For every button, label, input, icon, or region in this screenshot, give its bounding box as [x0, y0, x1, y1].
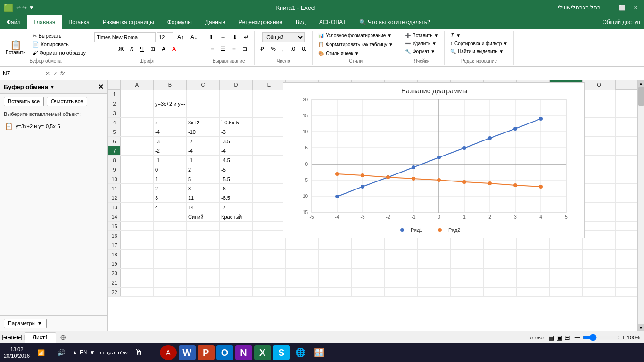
cell[interactable]: [253, 146, 286, 155]
cell[interactable]: [121, 99, 154, 108]
view-normal-btn[interactable]: ▦: [548, 334, 554, 341]
cell[interactable]: [253, 269, 286, 278]
sort-filter-btn[interactable]: ↕Сортировка и фильтр ▼: [447, 40, 511, 47]
cell[interactable]: -5: [220, 165, 253, 174]
cell[interactable]: [154, 108, 187, 117]
col-header-B[interactable]: B: [154, 80, 187, 90]
cell[interactable]: [220, 99, 253, 108]
cell[interactable]: [352, 278, 385, 287]
cell[interactable]: [121, 90, 154, 99]
tab-search[interactable]: 🔍 Что вы хотите сделать?: [353, 15, 437, 29]
row-number[interactable]: 14: [108, 212, 121, 221]
cell[interactable]: [253, 174, 286, 183]
row-number[interactable]: 21: [108, 278, 121, 287]
cell[interactable]: [451, 240, 484, 249]
cell[interactable]: [583, 156, 616, 165]
cell[interactable]: [517, 269, 550, 278]
cell[interactable]: [253, 184, 286, 193]
zoom-out-btn[interactable]: —: [575, 334, 580, 341]
cell[interactable]: [385, 288, 418, 296]
cell[interactable]: -7: [220, 203, 253, 212]
insert-cells-btn[interactable]: ➕Вставить ▼: [402, 32, 441, 39]
row-number[interactable]: 10: [108, 174, 121, 183]
cell[interactable]: [121, 127, 154, 136]
cell[interactable]: [253, 240, 286, 249]
bold-btn[interactable]: Ж: [116, 44, 126, 54]
cell[interactable]: [385, 278, 418, 287]
maximize-button[interactable]: ⬜: [618, 3, 627, 12]
cell[interactable]: y=3x+2 и y=-0,5x-5: [154, 99, 187, 108]
format-cells-btn[interactable]: 🔧Формат ▼: [402, 48, 438, 55]
cell[interactable]: -7: [187, 137, 220, 146]
cell[interactable]: Красный: [220, 212, 253, 221]
cell[interactable]: [187, 108, 220, 117]
cell[interactable]: [583, 165, 616, 174]
tab-review[interactable]: Рецензирование: [232, 15, 289, 29]
cell[interactable]: -3: [220, 127, 253, 136]
cell[interactable]: [583, 108, 616, 117]
cell[interactable]: [286, 269, 319, 278]
cell[interactable]: [187, 99, 220, 108]
scroll-up-btn[interactable]: ▲: [638, 80, 644, 87]
row-number[interactable]: 8: [108, 156, 121, 165]
cell[interactable]: [253, 212, 286, 221]
cell[interactable]: [451, 278, 484, 287]
cell[interactable]: [253, 165, 286, 174]
cell[interactable]: [220, 231, 253, 240]
sheet-tab-1[interactable]: Лист1: [25, 332, 56, 343]
cell[interactable]: [253, 288, 286, 296]
font-name-input[interactable]: [94, 32, 156, 42]
cell[interactable]: [220, 269, 253, 278]
cell[interactable]: [352, 240, 385, 249]
scroll-thumb[interactable]: [638, 87, 644, 106]
zoom-slider[interactable]: [582, 334, 620, 341]
cell[interactable]: [220, 90, 253, 99]
cell[interactable]: [583, 203, 616, 212]
view-pagebreak-btn[interactable]: ⊟: [564, 334, 570, 341]
cell[interactable]: [286, 288, 319, 296]
zoom-in-btn[interactable]: +: [622, 334, 625, 341]
cell[interactable]: [319, 269, 352, 278]
paste-button[interactable]: 📋 Вставить: [3, 40, 28, 56]
cell[interactable]: -5.5: [220, 174, 253, 183]
sheet-nav-prev[interactable]: ◀: [8, 335, 12, 340]
cell[interactable]: [220, 240, 253, 249]
taskbar-windows[interactable]: 🪟: [311, 345, 328, 360]
conditional-format-btn[interactable]: 📊Условное форматирование ▼: [315, 32, 395, 39]
close-button[interactable]: ✕: [631, 3, 640, 12]
confirm-icon[interactable]: ✓: [53, 70, 58, 77]
number-format-select[interactable]: Общий: [262, 32, 305, 42]
cell[interactable]: [451, 259, 484, 268]
row-number[interactable]: 22: [108, 288, 121, 296]
cell[interactable]: [154, 231, 187, 240]
cell[interactable]: [352, 288, 385, 296]
taskbar-onenote[interactable]: N: [235, 345, 252, 360]
row-number[interactable]: 4: [108, 118, 121, 127]
cell[interactable]: [517, 259, 550, 268]
cell[interactable]: [253, 127, 286, 136]
chart-container[interactable]: Название диаграммы: [283, 82, 585, 238]
tab-acrobat[interactable]: ACROBAT: [313, 15, 353, 29]
cell[interactable]: [121, 193, 154, 202]
wrap-text-btn[interactable]: ↵: [241, 32, 251, 42]
cell[interactable]: [121, 231, 154, 240]
view-layout-btn[interactable]: ▣: [556, 334, 562, 341]
cell[interactable]: [484, 240, 517, 249]
cell[interactable]: [121, 212, 154, 221]
cell[interactable]: [517, 250, 550, 259]
cut-button[interactable]: ✂ Вырезать: [30, 32, 88, 40]
cell[interactable]: -2: [154, 146, 187, 155]
cell[interactable]: [451, 269, 484, 278]
cell[interactable]: 1: [154, 174, 187, 183]
tab-home[interactable]: Главная: [27, 15, 62, 29]
cell[interactable]: [253, 222, 286, 230]
cell[interactable]: [418, 278, 451, 287]
cell[interactable]: [187, 278, 220, 287]
cell[interactable]: [550, 288, 583, 296]
insert-function-icon[interactable]: fx: [60, 70, 65, 77]
cell[interactable]: 2: [154, 184, 187, 193]
cell[interactable]: [121, 118, 154, 127]
cell[interactable]: [187, 222, 220, 230]
font-color-btn[interactable]: A̲: [169, 44, 179, 54]
cell[interactable]: [583, 127, 616, 136]
